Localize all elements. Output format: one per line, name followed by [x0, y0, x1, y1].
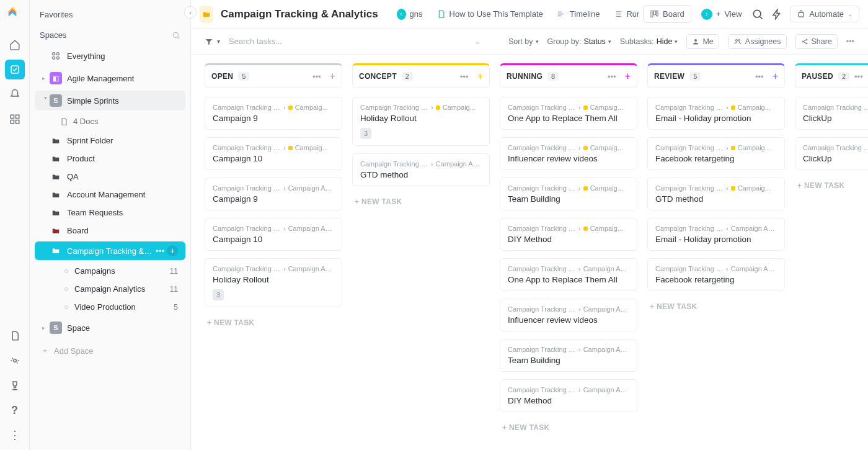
- task-card[interactable]: Campaign Tracking & An...›Campaign Anal.…: [205, 258, 342, 307]
- timeline-icon: [557, 9, 566, 19]
- task-card[interactable]: Campaign Tracking & Analyti...›Campaig..…: [205, 97, 342, 130]
- task-card[interactable]: Campaign Tracking & Analyti...ClickUp: [795, 137, 868, 170]
- sidebar-space-simple-sprints[interactable]: ▸ S Simple Sprints: [35, 91, 185, 110]
- rail-home-icon[interactable]: [5, 35, 25, 55]
- column-add-icon[interactable]: +: [330, 71, 335, 82]
- sidebar-everything[interactable]: Everything: [35, 46, 185, 66]
- sidebar-list-campaigns[interactable]: Campaigns11: [35, 263, 185, 279]
- sidebar-folder-account-management[interactable]: Account Management: [35, 186, 185, 203]
- sidebar-list-campaign-analytics[interactable]: Campaign Analytics11: [35, 281, 185, 297]
- column-more-icon[interactable]: •••: [854, 72, 863, 81]
- new-task-button[interactable]: + NEW TASK: [647, 299, 785, 315]
- task-card[interactable]: Campaign Tracking & An...›Campaign Anal.…: [647, 218, 785, 251]
- task-card[interactable]: Campaign Tracking & Analyti...›Campaig..…: [500, 137, 637, 170]
- task-card[interactable]: Campaign Tracking & Analyti...›Campaig..…: [647, 178, 785, 210]
- new-task-button[interactable]: + NEW TASK: [352, 194, 490, 210]
- rail-trophy-icon[interactable]: [5, 376, 25, 395]
- column-more-icon[interactable]: •••: [312, 72, 321, 81]
- add-space-button[interactable]: ＋ Add Space: [30, 339, 190, 362]
- breadcrumb: Campaign Tracking & Analyti...›Campaig..…: [655, 144, 777, 151]
- add-view-button[interactable]: › + View: [695, 5, 748, 24]
- rail-tasks-icon[interactable]: [5, 60, 25, 79]
- column-header-review[interactable]: REVIEW5•••+: [647, 63, 785, 88]
- status-dot-icon: [64, 305, 68, 309]
- search-spaces-icon[interactable]: [172, 31, 180, 40]
- view-timeline[interactable]: Timeline: [551, 6, 606, 22]
- view-board[interactable]: Board: [643, 5, 691, 23]
- task-card[interactable]: Campaign Tracking & Analyti...›Campaig..…: [647, 97, 785, 130]
- svg-rect-11: [651, 11, 653, 17]
- task-card[interactable]: Campaign Tracking & An...›Campaign Anal.…: [352, 153, 490, 186]
- folder-more-icon[interactable]: •••: [156, 246, 164, 256]
- automate-button[interactable]: Automate ⌄: [790, 6, 859, 22]
- column-header-open[interactable]: OPEN5•••+: [205, 63, 342, 88]
- sidebar-folder-campaign-tracking[interactable]: Campaign Tracking & Analy… ••• +: [35, 241, 185, 260]
- folder-add-icon[interactable]: +: [167, 245, 178, 256]
- board-scroll[interactable]: OPEN5•••+Campaign Tracking & Analyti...›…: [191, 55, 868, 450]
- favorites-header[interactable]: Favorites: [30, 4, 190, 24]
- sidebar-docs[interactable]: 4 Docs: [35, 113, 185, 130]
- task-card[interactable]: Campaign Tracking & An...›Campaign Anal.…: [205, 218, 342, 251]
- sidebar-folder-team-requests[interactable]: Team Requests: [35, 204, 185, 221]
- logo-icon[interactable]: [7, 6, 23, 22]
- sidebar-folder-qa[interactable]: QA: [35, 168, 185, 185]
- search-tasks-input[interactable]: [229, 37, 328, 46]
- column-add-icon[interactable]: +: [477, 71, 483, 82]
- task-card[interactable]: Campaign Tracking & An...›Campaign Anal.…: [500, 339, 637, 372]
- rail-more-icon[interactable]: ⋮: [5, 425, 25, 445]
- new-task-button[interactable]: + NEW TASK: [500, 420, 637, 436]
- view-how-to-use-this-template[interactable]: How to Use This Template: [430, 6, 549, 22]
- task-card[interactable]: Campaign Tracking & Analyti...ClickUp: [795, 97, 868, 130]
- subtasks-button[interactable]: Subtasks: Hide ▾: [620, 37, 678, 46]
- task-title: One App to Replace Them All: [508, 275, 629, 284]
- sort-by-button[interactable]: Sort by▾: [508, 37, 539, 46]
- sidebar-space-agile[interactable]: ▸ ◧ Agile Management: [35, 68, 185, 88]
- doc-icon: [436, 9, 446, 19]
- rail-bell-icon[interactable]: [5, 84, 25, 104]
- column-more-icon[interactable]: •••: [608, 72, 616, 81]
- me-filter-button[interactable]: Me: [686, 34, 719, 49]
- task-card[interactable]: Campaign Tracking & An...›Campaign Anal.…: [500, 299, 637, 331]
- sidebar-space-generic[interactable]: ▸ S Space: [35, 318, 185, 338]
- group-by-button[interactable]: Group by: Status ▾: [547, 37, 611, 46]
- bolt-icon[interactable]: [771, 9, 782, 20]
- sidebar-folder-sprint-folder[interactable]: Sprint Folder: [35, 132, 185, 149]
- column-add-icon[interactable]: +: [773, 71, 778, 82]
- task-card[interactable]: Campaign Tracking & An...›Campaign Anal.…: [205, 178, 342, 210]
- sidebar-list-video-production[interactable]: Video Production5: [35, 299, 185, 315]
- column-add-icon[interactable]: +: [625, 71, 631, 82]
- task-card[interactable]: Campaign Tracking & Analyti...›Campaig..…: [500, 178, 637, 210]
- task-card[interactable]: Campaign Tracking & An...›Campaign Anal.…: [647, 258, 785, 291]
- view-gns[interactable]: ‹gns: [391, 6, 429, 22]
- sidebar-folder-board[interactable]: Board: [35, 222, 185, 239]
- column-header-concept[interactable]: CONCEPT2•••+: [352, 63, 490, 88]
- task-card[interactable]: Campaign Tracking & An...›Campaign Anal.…: [500, 258, 637, 291]
- rail-doc-icon[interactable]: [5, 326, 25, 346]
- task-card[interactable]: Campaign Tracking & An...›Campaign Anal.…: [500, 379, 637, 412]
- sidebar-folder-product[interactable]: Product: [35, 150, 185, 167]
- share-button[interactable]: Share: [795, 34, 838, 49]
- assignees-button[interactable]: Assignees: [728, 34, 787, 49]
- column-more-icon[interactable]: •••: [755, 72, 764, 81]
- task-card[interactable]: Campaign Tracking & Analyti...›Campaig..…: [500, 97, 637, 130]
- task-card[interactable]: Campaign Tracking & Analyti...›Campaig..…: [352, 97, 490, 146]
- filter-button[interactable]: ▾: [205, 37, 220, 46]
- new-task-button[interactable]: + NEW TASK: [795, 178, 868, 194]
- view-running-campaigns[interactable]: Running Campaigns: [607, 6, 639, 22]
- rail-pulse-icon[interactable]: [5, 351, 25, 371]
- column-header-running[interactable]: RUNNING8•••+: [500, 63, 637, 88]
- spaces-header[interactable]: Spaces: [40, 30, 66, 40]
- chevron-down-icon[interactable]: ⌄: [474, 37, 481, 46]
- task-card[interactable]: Campaign Tracking & Analyti...›Campaig..…: [500, 218, 637, 251]
- search-icon[interactable]: [751, 8, 764, 20]
- task-card[interactable]: Campaign Tracking & Analyti...›Campaig..…: [647, 137, 785, 170]
- breadcrumb: Campaign Tracking & An...›Campaign Anal.…: [213, 184, 334, 192]
- new-task-button[interactable]: + NEW TASK: [205, 315, 342, 331]
- rail-help-icon[interactable]: ?: [5, 400, 25, 420]
- rail-apps-icon[interactable]: [5, 109, 25, 129]
- toolbar-more-icon[interactable]: •••: [846, 37, 854, 46]
- column-more-icon[interactable]: •••: [460, 72, 469, 81]
- column-header-paused[interactable]: PAUSED2•••+: [795, 63, 868, 88]
- collapse-sidebar-button[interactable]: ‹: [184, 6, 197, 19]
- task-card[interactable]: Campaign Tracking & Analyti...›Campaig..…: [205, 137, 342, 170]
